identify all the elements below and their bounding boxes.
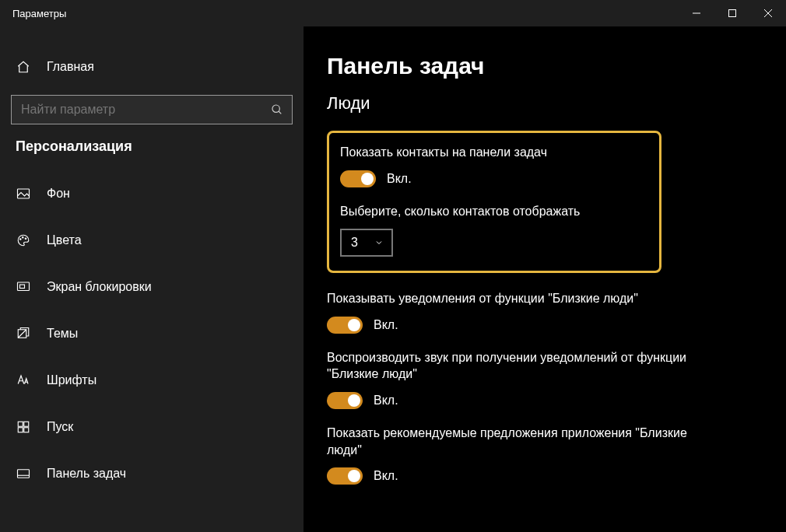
section-heading: Люди — [327, 93, 763, 114]
chevron-down-icon — [374, 238, 384, 247]
svg-point-9 — [25, 238, 26, 240]
sidebar-item-label: Панель задач — [47, 467, 126, 481]
image-icon — [16, 186, 31, 201]
start-icon — [16, 419, 31, 435]
setting-label: Показать рекомендуемые предложения прило… — [327, 425, 700, 458]
fonts-icon — [16, 373, 31, 388]
toggle-state-label: Вкл. — [387, 172, 412, 186]
sidebar-item-label: Шрифты — [47, 373, 96, 387]
sidebar-item-label: Фон — [47, 187, 70, 201]
setting-label: Выберите, сколько контактов отображать — [340, 203, 648, 220]
setting-label: Показывать уведомления от функции "Близк… — [327, 290, 763, 307]
svg-rect-15 — [18, 428, 23, 432]
toggle-state-label: Вкл. — [374, 469, 398, 483]
svg-rect-16 — [24, 428, 29, 432]
setting-show-contacts: Показать контакты на панели задач Вкл. — [340, 144, 648, 187]
dropdown-value: 3 — [351, 236, 358, 250]
setting-label: Воспроизводить звук при получении уведом… — [327, 349, 700, 383]
dropdown-contact-count[interactable]: 3 — [340, 229, 393, 257]
toggle-notifications[interactable] — [327, 317, 363, 334]
svg-point-4 — [272, 105, 279, 112]
search-icon — [270, 103, 284, 117]
main-panel: Панель задач Люди Показать контакты на п… — [304, 26, 786, 532]
svg-point-8 — [23, 237, 24, 239]
sidebar-item-themes[interactable]: Темы — [0, 317, 304, 351]
svg-point-7 — [20, 239, 22, 240]
themes-icon — [16, 326, 31, 341]
toggle-suggestions[interactable] — [327, 467, 363, 485]
sidebar-item-start[interactable]: Пуск — [0, 410, 304, 444]
svg-rect-1 — [729, 10, 736, 17]
page-title: Панель задач — [327, 53, 763, 79]
palette-icon — [16, 233, 31, 248]
sidebar-item-label: Темы — [47, 327, 78, 341]
svg-rect-13 — [18, 422, 23, 426]
sidebar-item-label: Цвета — [47, 233, 82, 247]
maximize-button[interactable] — [714, 0, 750, 26]
svg-rect-17 — [18, 470, 30, 478]
svg-rect-10 — [18, 282, 30, 291]
sidebar: Главная Персонализация Фон — [0, 26, 304, 532]
sidebar-item-label: Экран блокировки — [47, 280, 152, 294]
minimize-button[interactable] — [679, 0, 714, 26]
sidebar-item-label: Пуск — [47, 420, 73, 434]
setting-notifications: Показывать уведомления от функции "Близк… — [327, 290, 763, 334]
home-icon — [16, 59, 31, 75]
sidebar-item-colors[interactable]: Цвета — [0, 223, 304, 257]
nav-home-label: Главная — [47, 60, 94, 74]
search-input[interactable] — [21, 103, 270, 117]
toggle-state-label: Вкл. — [374, 318, 398, 332]
svg-rect-11 — [20, 285, 25, 289]
close-button[interactable] — [750, 0, 786, 26]
taskbar-icon — [16, 466, 31, 481]
sidebar-section-title: Персонализация — [0, 138, 304, 155]
toggle-state-label: Вкл. — [374, 394, 398, 408]
sidebar-item-fonts[interactable]: Шрифты — [0, 363, 304, 397]
svg-line-5 — [279, 111, 281, 114]
toggle-show-contacts[interactable] — [340, 170, 376, 187]
toggle-sound[interactable] — [327, 392, 363, 409]
window-title: Параметры — [12, 8, 66, 19]
svg-rect-14 — [24, 422, 29, 426]
sidebar-nav-list: Фон Цвета Экран блокировки — [0, 177, 304, 491]
setting-label: Показать контакты на панели задач — [340, 144, 648, 161]
highlighted-settings-group: Показать контакты на панели задач Вкл. В… — [327, 131, 661, 273]
lockscreen-icon — [16, 279, 31, 295]
window-controls — [679, 0, 786, 26]
setting-suggestions: Показать рекомендуемые предложения прило… — [327, 425, 763, 485]
titlebar: Параметры — [0, 0, 786, 26]
nav-home[interactable]: Главная — [0, 50, 304, 84]
sidebar-item-lockscreen[interactable]: Экран блокировки — [0, 270, 304, 304]
setting-sound: Воспроизводить звук при получении уведом… — [327, 349, 763, 409]
search-box[interactable] — [11, 95, 293, 124]
setting-contact-count: Выберите, сколько контактов отображать 3 — [340, 203, 648, 257]
sidebar-item-background[interactable]: Фон — [0, 177, 304, 211]
sidebar-item-taskbar[interactable]: Панель задач — [0, 457, 304, 491]
